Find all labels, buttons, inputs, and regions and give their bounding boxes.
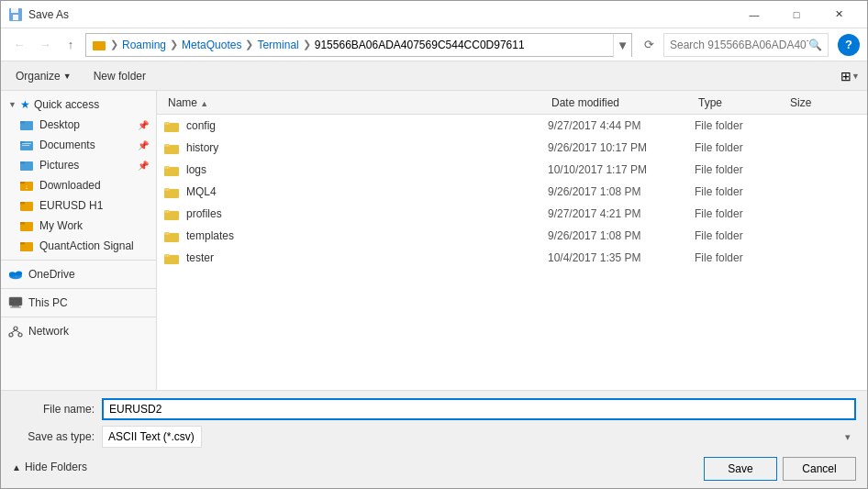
sidebar-item-desktop[interactable]: Desktop 📌 <box>1 115 156 135</box>
sidebar-item-onedrive[interactable]: OneDrive <box>1 264 156 284</box>
maximize-button[interactable]: □ <box>775 1 818 28</box>
address-bar[interactable]: ❯ Roaming ❯ MetaQuotes ❯ Terminal ❯ 9155… <box>85 33 632 57</box>
title-bar: Save As — □ ✕ <box>1 1 867 28</box>
sidebar-item-pictures[interactable]: Pictures 📌 <box>1 155 156 175</box>
sidebar-item-downloaded[interactable]: ↓ Downloaded <box>1 175 156 195</box>
svg-rect-19 <box>20 222 25 225</box>
breadcrumb-terminal: Terminal <box>257 39 298 51</box>
search-icon: 🔍 <box>808 39 822 51</box>
table-row[interactable]: MQL4 9/26/2017 1:08 PM File folder <box>157 181 867 203</box>
svg-rect-39 <box>164 166 170 169</box>
folder-work-icon <box>19 218 34 233</box>
folder-icon <box>164 142 183 154</box>
close-button[interactable]: ✕ <box>818 1 860 28</box>
onedrive-icon <box>8 267 23 282</box>
file-type: File folder <box>695 207 786 220</box>
file-list: Name ▲ Date modified Type Size config <box>157 91 867 390</box>
sidebar-item-network[interactable]: Network <box>1 321 156 341</box>
file-type: File folder <box>695 229 786 242</box>
navigation-toolbar: ← → ↑ ❯ Roaming ❯ MetaQuotes ❯ Terminal … <box>1 28 867 61</box>
table-row[interactable]: config 9/27/2017 4:44 PM File folder <box>157 115 867 137</box>
svg-point-29 <box>9 333 13 337</box>
file-date: 9/27/2017 4:21 PM <box>548 207 695 220</box>
sidebar-item-work[interactable]: My Work <box>1 216 156 236</box>
thispc-label: This PC <box>28 296 68 309</box>
quick-access-star-icon: ★ <box>20 98 30 111</box>
svg-point-28 <box>14 327 17 330</box>
table-row[interactable]: logs 10/10/2017 1:17 PM File folder <box>157 159 867 181</box>
folder-quantaction-icon <box>19 239 34 253</box>
breadcrumb-roaming: Roaming <box>122 39 166 51</box>
onedrive-label: OneDrive <box>28 268 75 281</box>
column-date[interactable]: Date modified <box>548 96 695 109</box>
table-row[interactable]: templates 9/26/2017 1:08 PM File folder <box>157 225 867 247</box>
help-button[interactable]: ? <box>838 34 860 56</box>
network-icon <box>8 324 23 339</box>
folder-icon <box>164 230 183 242</box>
sidebar-documents-label: Documents <box>39 139 95 151</box>
sidebar-downloaded-label: Downloaded <box>39 179 101 192</box>
column-size[interactable]: Size <box>786 96 860 109</box>
save-button[interactable]: Save <box>704 457 777 481</box>
table-row[interactable]: tester 10/4/2017 1:35 PM File folder <box>157 247 867 269</box>
file-name: logs <box>186 163 548 176</box>
filename-input[interactable] <box>102 398 856 420</box>
sort-arrow-icon: ▲ <box>200 99 208 108</box>
svg-rect-27 <box>10 307 21 308</box>
column-type[interactable]: Type <box>695 96 786 109</box>
file-type: File folder <box>695 185 786 198</box>
save-icon <box>8 7 23 22</box>
file-date: 9/26/2017 10:17 PM <box>548 141 695 154</box>
breadcrumb: ❯ Roaming ❯ MetaQuotes ❯ Terminal ❯ 9155… <box>86 34 613 56</box>
sidebar-item-documents[interactable]: Documents 📌 <box>1 135 156 155</box>
search-box[interactable]: 🔍 <box>663 33 829 57</box>
folder-pictures-icon <box>19 158 34 172</box>
sidebar-item-thispc[interactable]: This PC <box>1 293 156 313</box>
svg-rect-10 <box>22 145 29 146</box>
column-name[interactable]: Name ▲ <box>164 96 548 109</box>
folder-icon <box>164 208 183 220</box>
sidebar-desktop-label: Desktop <box>39 118 80 131</box>
cancel-button[interactable]: Cancel <box>783 457 856 481</box>
minimize-button[interactable]: — <box>733 1 775 28</box>
quick-access-header[interactable]: ▼ ★ Quick access <box>1 94 156 115</box>
search-input[interactable] <box>670 39 808 51</box>
file-date: 10/10/2017 1:17 PM <box>548 163 695 176</box>
address-dropdown-button[interactable]: ▼ <box>613 34 631 58</box>
svg-rect-17 <box>20 202 25 205</box>
organize-button[interactable]: Organize ▼ <box>8 65 79 87</box>
sidebar-item-eurusd[interactable]: EURUSD H1 <box>1 195 156 216</box>
quick-access-label: Quick access <box>34 98 99 111</box>
view-toggle-button[interactable]: ⊞ <box>840 69 851 83</box>
svg-rect-9 <box>22 143 31 144</box>
svg-rect-35 <box>164 122 170 125</box>
bottom-buttons-row: ▲ Hide Folders Save Cancel <box>12 453 856 481</box>
table-row[interactable]: profiles 9/27/2017 4:21 PM File folder <box>157 203 867 225</box>
svg-point-30 <box>18 333 22 337</box>
table-row[interactable]: history 9/26/2017 10:17 PM File folder <box>157 137 867 159</box>
file-date: 9/27/2017 4:44 PM <box>548 119 695 132</box>
back-button[interactable]: ← <box>8 34 30 56</box>
refresh-button[interactable]: ⟳ <box>638 34 660 56</box>
sidebar-eurusd-label: EURUSD H1 <box>39 199 103 212</box>
svg-rect-41 <box>164 188 170 191</box>
thispc-icon <box>8 295 23 310</box>
filename-label: File name: <box>12 403 95 416</box>
sidebar: ▼ ★ Quick access Desktop 📌 <box>1 91 157 390</box>
folder-documents-icon <box>19 138 34 152</box>
file-date: 9/26/2017 1:08 PM <box>548 185 695 198</box>
sidebar-item-quantaction[interactable]: QuantAction Signal <box>1 236 156 256</box>
folder-icon <box>164 120 183 132</box>
new-folder-button[interactable]: New folder <box>86 65 153 87</box>
forward-button[interactable]: → <box>34 34 56 56</box>
up-button[interactable]: ↑ <box>60 34 82 56</box>
file-type: File folder <box>695 141 786 154</box>
title-text: Save As <box>28 8 69 21</box>
file-name: history <box>186 141 548 154</box>
savetype-select[interactable]: ASCII Text (*.csv) <box>102 426 202 448</box>
network-label: Network <box>28 325 69 338</box>
bottom-bar: File name: Save as type: ASCII Text (*.c… <box>1 390 867 488</box>
file-name: templates <box>186 229 548 242</box>
title-bar-left: Save As <box>8 7 69 22</box>
hide-folders-button[interactable]: ▲ Hide Folders <box>12 461 87 473</box>
